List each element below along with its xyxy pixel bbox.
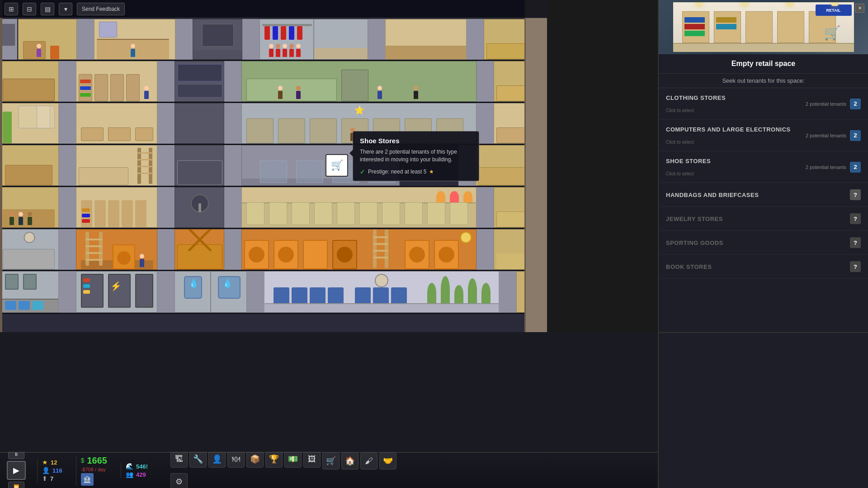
elev-f7-1 bbox=[59, 271, 76, 313]
room-f7-5[interactable] bbox=[264, 271, 499, 313]
tenant-category-extra1[interactable]: JEWELRY STORES ? bbox=[659, 207, 868, 231]
shoes-details: SHOE STORES 2 potential tenants Click to… bbox=[666, 158, 850, 176]
elevator-shaft-1 bbox=[0, 19, 17, 60]
tool-box[interactable]: 📦 bbox=[246, 450, 264, 468]
room-f1-4[interactable] bbox=[259, 19, 314, 60]
room-f3-3[interactable] bbox=[175, 103, 224, 144]
tool-cart[interactable]: 🛒 bbox=[322, 452, 340, 469]
tool-home[interactable]: 🏠 bbox=[341, 452, 359, 469]
view-dropdown[interactable]: ▾ bbox=[59, 3, 72, 15]
room-f4-2[interactable] bbox=[76, 145, 157, 186]
extra1-count: ? bbox=[850, 213, 861, 224]
floor-row-2 bbox=[0, 61, 547, 102]
view-button-2[interactable]: ⊟ bbox=[23, 3, 36, 15]
lightning-deco: ⚡ bbox=[110, 281, 122, 291]
tenant-category-extra2[interactable]: SPORTING GOODS ? bbox=[659, 231, 868, 255]
room-f7-1[interactable] bbox=[0, 271, 59, 313]
store-preview-image: 🛒 RETAIL bbox=[659, 0, 868, 54]
room-f6-1[interactable] bbox=[0, 229, 59, 270]
tenant-category-computers[interactable]: COMPUTERS AND LARGE ELECTRONICS 2 potent… bbox=[659, 120, 868, 151]
view-button-1[interactable]: ⊞ bbox=[5, 3, 18, 15]
residents-value: 116 bbox=[52, 467, 62, 474]
extra2-details: SPORTING GOODS bbox=[666, 239, 850, 246]
room-f3-2[interactable] bbox=[76, 103, 157, 144]
right-panel-bottom bbox=[658, 332, 868, 488]
tool-crane[interactable]: ⚙ bbox=[170, 473, 188, 488]
shoes-click: Click to select bbox=[666, 171, 850, 176]
tool-build[interactable]: 🏗 bbox=[170, 450, 188, 468]
room-f2-3[interactable] bbox=[175, 61, 224, 102]
shoe-store-icon[interactable]: 🛒 bbox=[326, 154, 348, 177]
elev-shaft-inner-3 bbox=[242, 19, 259, 60]
tooltip-description: There are 2 potential tenants of this ty… bbox=[360, 148, 472, 164]
room-f6-4[interactable] bbox=[241, 229, 476, 270]
tenant-category-extra3[interactable]: BOOK STORES ? bbox=[659, 255, 868, 279]
tool-image[interactable]: 🖼 bbox=[303, 450, 321, 468]
tool-paint[interactable]: 🖌 bbox=[360, 452, 377, 469]
elev-f2-3 bbox=[224, 61, 241, 102]
money-value: 1665 bbox=[87, 455, 108, 466]
tenant-category-clothing[interactable]: CLOTHING STORES 2 potential tenants Clic… bbox=[659, 88, 868, 120]
room-f3-1[interactable] bbox=[0, 103, 59, 144]
floor-5-rooms bbox=[0, 187, 547, 228]
main-toolbar: 🏗 🔧 👤 🍽 📦 🏆 💵 🖼 🛒 🏠 🖌 🤝 ⚙ bbox=[170, 450, 396, 488]
elev-f7-4 bbox=[499, 271, 516, 313]
room-f7-2[interactable]: ⚡ bbox=[76, 271, 157, 313]
panel-title-text: Empty retail space bbox=[731, 60, 795, 67]
floor-row-5 bbox=[0, 187, 547, 228]
elev-f6-2 bbox=[157, 229, 175, 270]
room-f4-3[interactable] bbox=[175, 145, 224, 186]
money-section: $ 1665 -$708 / day 🏦 bbox=[76, 455, 112, 486]
room-f7-3[interactable]: 💧 bbox=[175, 271, 211, 313]
game-viewport[interactable]: ⭐ bbox=[0, 0, 547, 332]
close-button[interactable]: × bbox=[855, 4, 864, 13]
elev-shaft-inner-5 bbox=[467, 19, 484, 60]
room-f1-6[interactable] bbox=[385, 19, 467, 60]
floor-1-rooms bbox=[18, 19, 524, 60]
play-button[interactable]: ▶ bbox=[7, 461, 26, 480]
shoes-sub: 2 potential tenants bbox=[666, 164, 846, 170]
room-f5-2[interactable] bbox=[76, 187, 157, 228]
elev-f5-1 bbox=[59, 187, 76, 228]
population-icon: 🌊 bbox=[126, 463, 133, 470]
elev-f4-3 bbox=[224, 145, 241, 186]
visitors-icon: 👥 bbox=[126, 471, 133, 478]
extra3-details: BOOK STORES bbox=[666, 263, 850, 270]
room-f5-1[interactable] bbox=[0, 187, 59, 228]
room-f1-5[interactable] bbox=[314, 19, 368, 60]
room-f1-2[interactable] bbox=[94, 19, 175, 60]
room-f1-3[interactable] bbox=[193, 19, 242, 60]
elev-f6-4 bbox=[476, 229, 494, 270]
tool-trophy[interactable]: 🏆 bbox=[265, 450, 283, 468]
room-f5-4[interactable] bbox=[241, 187, 476, 228]
tool-handshake[interactable]: 🤝 bbox=[379, 452, 396, 469]
room-f1-1[interactable] bbox=[18, 19, 77, 60]
visitors-stat: 👥 429 bbox=[126, 471, 146, 478]
room-f7-4[interactable]: 💧 bbox=[211, 271, 247, 313]
room-f2-2[interactable] bbox=[76, 61, 157, 102]
shoes-count: 2 bbox=[850, 162, 861, 173]
tool-food[interactable]: 🍽 bbox=[227, 450, 245, 468]
floor-row-1 bbox=[0, 19, 547, 60]
money-delta-value: -$708 / day bbox=[81, 467, 106, 472]
bank-button[interactable]: 🏦 bbox=[81, 473, 94, 486]
room-f2-1[interactable] bbox=[0, 61, 59, 102]
elev-f6-3 bbox=[224, 229, 241, 270]
star-stat-icon: ★ bbox=[42, 459, 48, 466]
tenant-category-handbags[interactable]: HANDBAGS AND BRIEFCASES ? bbox=[659, 183, 868, 207]
tool-money[interactable]: 💵 bbox=[284, 450, 302, 468]
view-button-3[interactable]: ▤ bbox=[41, 3, 54, 15]
tool-person[interactable]: 👤 bbox=[208, 450, 226, 468]
room-f5-3[interactable] bbox=[175, 187, 224, 228]
room-f6-2[interactable] bbox=[76, 229, 157, 270]
feedback-button[interactable]: Send Feedback bbox=[77, 3, 125, 15]
elev-f2-1 bbox=[59, 61, 76, 102]
room-f2-4[interactable] bbox=[241, 61, 476, 102]
elev-shaft-inner-2 bbox=[175, 19, 193, 60]
tenant-category-shoes[interactable]: SHOE STORES 2 potential tenants Click to… bbox=[659, 151, 868, 183]
money-stat: $ 1665 bbox=[81, 455, 107, 466]
tool-tools[interactable]: 🔧 bbox=[189, 450, 207, 468]
fast-forward-button[interactable]: ⏩ bbox=[8, 482, 24, 488]
room-f6-3[interactable] bbox=[175, 229, 224, 270]
room-f4-1[interactable] bbox=[0, 145, 59, 186]
